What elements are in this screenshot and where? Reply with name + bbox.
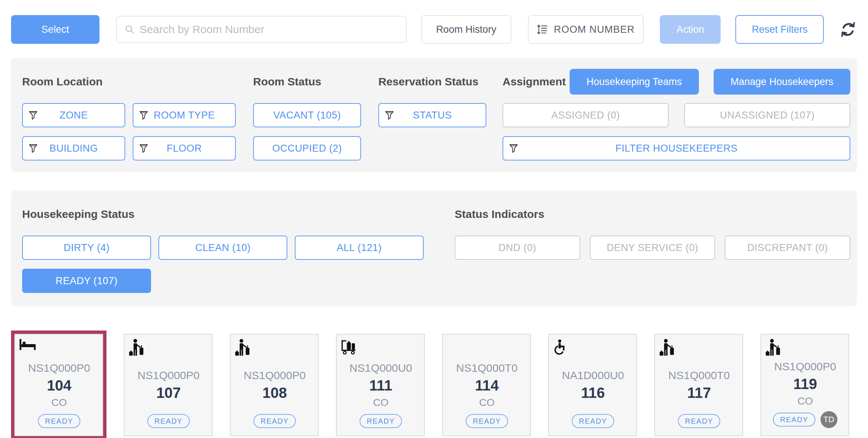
- room-number: 119: [793, 376, 817, 392]
- search-box[interactable]: [116, 16, 407, 43]
- housekeeping-status-badge: READY: [360, 414, 402, 428]
- room-card-114[interactable]: NS1Q000T0 114 CO READY: [442, 334, 531, 436]
- housekeeping-status-section: Housekeeping Status DIRTY (4) CLEAN (10)…: [22, 201, 424, 293]
- room-card-list: NS1Q000P0 104 CO READY NS1Q000P0 107 REA…: [0, 331, 868, 438]
- housekeeping-status-badge: READY: [678, 414, 720, 428]
- room-location-title: Room Location: [22, 75, 102, 88]
- room-number: 111: [369, 377, 392, 394]
- room-history-button[interactable]: Room History: [421, 15, 511, 44]
- filter-icon: [385, 111, 394, 120]
- dnd-filter-button[interactable]: DND (0): [455, 236, 580, 260]
- housekeeping-status-badge: READY: [773, 413, 815, 427]
- room-number: 114: [475, 377, 499, 394]
- status-indicators-section: Status Indicators DND (0) DENY SERVICE (…: [455, 201, 850, 293]
- assigned-filter-button[interactable]: ASSIGNED (0): [503, 103, 669, 127]
- building-filter-label: BUILDING: [49, 143, 98, 154]
- room-location-section: Room Location ZONE ROOM TYPE BUILDING FL…: [22, 68, 236, 160]
- room-type-code: NS1Q000T0: [668, 369, 730, 382]
- guest-with-luggage-icon: [235, 339, 250, 356]
- reset-filters-button[interactable]: Reset Filters: [735, 15, 824, 44]
- floor-filter-label: FLOOR: [167, 143, 202, 154]
- reservation-status-filter-label: STATUS: [413, 110, 452, 121]
- selected-room-highlight-frame: NS1Q000P0 104 CO READY: [11, 331, 106, 438]
- dirty-filter-button[interactable]: DIRTY (4): [22, 236, 151, 260]
- ready-filter-button[interactable]: READY (107): [22, 269, 151, 293]
- reservation-status-title: Reservation Status: [378, 75, 479, 88]
- room-status-title: Room Status: [253, 75, 321, 88]
- discrepant-filter-button[interactable]: DISCREPANT (0): [725, 236, 850, 260]
- room-card-107[interactable]: NS1Q000P0 107 READY: [124, 334, 213, 436]
- room-number: 117: [687, 385, 711, 401]
- room-status-section: Room Status VACANT (105) OCCUPIED (2): [253, 68, 361, 160]
- room-type-code: NS1Q000P0: [137, 369, 199, 382]
- housekeeping-status-badge: READY: [147, 414, 189, 428]
- manage-housekeepers-button[interactable]: Manage Housekeepers: [714, 69, 850, 95]
- refresh-button[interactable]: [839, 21, 857, 38]
- search-icon: [125, 25, 134, 34]
- action-button[interactable]: Action: [660, 15, 721, 44]
- housekeeping-status-badge: READY: [253, 414, 295, 428]
- deny-service-filter-button[interactable]: DENY SERVICE (0): [590, 236, 715, 260]
- sort-by-label: ROOM NUMBER: [554, 24, 635, 35]
- reservation-status-filter-button[interactable]: STATUS: [378, 103, 486, 127]
- housekeeping-status-badge: READY: [466, 414, 508, 428]
- room-type-code: NS1Q000P0: [28, 362, 90, 374]
- zone-filter-button[interactable]: ZONE: [22, 103, 125, 127]
- guest-with-luggage-icon: [129, 339, 144, 356]
- luggage-cart-icon: [341, 339, 357, 354]
- reservation-status-label: CO: [373, 397, 389, 409]
- room-type-code: NS1Q000P0: [774, 360, 836, 373]
- clean-filter-button[interactable]: CLEAN (10): [158, 236, 287, 260]
- filter-icon: [29, 144, 38, 153]
- room-type-code: NS1Q000P0: [244, 369, 305, 382]
- status-indicators-title: Status Indicators: [455, 208, 544, 220]
- room-number: 116: [581, 385, 605, 401]
- sort-by-control[interactable]: ROOM NUMBER: [528, 15, 644, 44]
- guest-with-luggage-icon: [766, 339, 780, 356]
- room-type-filter-button[interactable]: ROOM TYPE: [133, 103, 236, 127]
- toolbar: Select Room History ROOM NUMBER Action R…: [11, 15, 857, 44]
- room-card-119[interactable]: NS1Q000P0 119 CO READY TD: [760, 334, 849, 436]
- search-input[interactable]: [140, 23, 398, 36]
- housekeeping-status-badge: READY: [572, 414, 614, 428]
- filter-icon: [509, 144, 518, 153]
- bed-icon: [20, 339, 36, 350]
- reservation-status-label: CO: [52, 397, 67, 409]
- wheelchair-icon: [553, 339, 567, 355]
- room-card-111[interactable]: NS1Q000U0 111 CO READY: [336, 334, 425, 436]
- filter-icon: [139, 111, 148, 120]
- housekeeping-status-badge: READY: [38, 414, 80, 428]
- reservation-status-section: Reservation Status STATUS: [378, 68, 486, 160]
- building-filter-button[interactable]: BUILDING: [22, 136, 125, 160]
- filter-housekeepers-button[interactable]: FILTER HOUSEKEEPERS: [503, 136, 850, 160]
- housekeeping-status-title: Housekeeping Status: [22, 208, 134, 220]
- guest-with-luggage-icon: [659, 339, 674, 356]
- room-number: 107: [156, 385, 181, 401]
- sort-amount-icon: [537, 24, 548, 35]
- room-number: 108: [262, 385, 287, 401]
- filter-icon: [29, 111, 38, 120]
- status-panel: Housekeeping Status DIRTY (4) CLEAN (10)…: [11, 191, 857, 306]
- room-card-104[interactable]: NS1Q000P0 104 CO READY: [14, 334, 103, 436]
- filters-panel: Room Location ZONE ROOM TYPE BUILDING FL…: [11, 58, 857, 172]
- zone-filter-label: ZONE: [59, 110, 88, 121]
- select-button[interactable]: Select: [11, 15, 99, 44]
- room-type-code: NA1D000U0: [562, 369, 624, 382]
- assignment-title: Assignment: [503, 75, 566, 88]
- room-card-108[interactable]: NS1Q000P0 108 READY: [230, 334, 319, 436]
- unassigned-filter-button[interactable]: UNASSIGNED (107): [684, 103, 850, 127]
- room-card-116[interactable]: NA1D000U0 116 READY: [548, 334, 637, 436]
- room-card-117[interactable]: NS1Q000T0 117 READY: [654, 334, 743, 436]
- floor-filter-button[interactable]: FLOOR: [133, 136, 236, 160]
- housekeeping-teams-button[interactable]: Housekeeping Teams: [570, 69, 699, 95]
- room-type-code: NS1Q000U0: [349, 362, 412, 374]
- reservation-status-label: CO: [798, 395, 813, 407]
- room-type-filter-label: ROOM TYPE: [154, 110, 215, 121]
- assignment-section: Assignment Housekeeping Teams Manage Hou…: [503, 68, 850, 160]
- filter-housekeepers-label: FILTER HOUSEKEEPERS: [615, 143, 738, 154]
- reservation-status-label: CO: [479, 397, 495, 409]
- room-number: 104: [47, 377, 71, 394]
- all-filter-button[interactable]: ALL (121): [295, 236, 424, 260]
- occupied-filter-button[interactable]: OCCUPIED (2): [253, 136, 361, 160]
- vacant-filter-button[interactable]: VACANT (105): [253, 103, 361, 127]
